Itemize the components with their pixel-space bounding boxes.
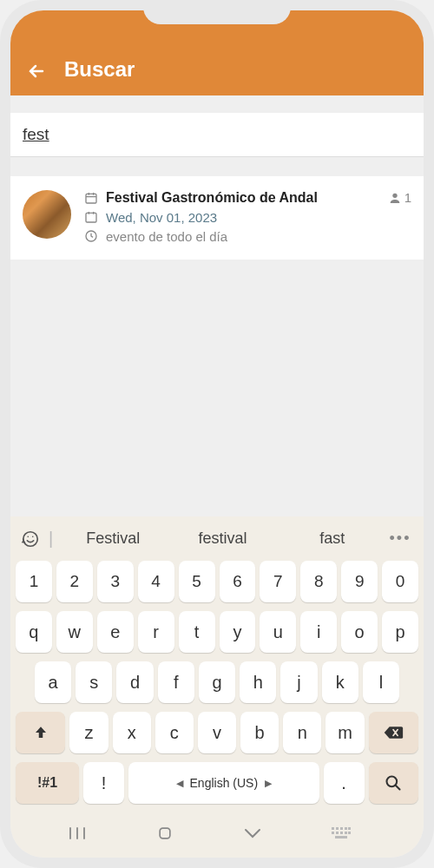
- event-date: Wed, Nov 01, 2023: [106, 210, 217, 225]
- more-icon[interactable]: •••: [387, 529, 413, 548]
- svg-rect-14: [340, 832, 343, 834]
- key-d[interactable]: d: [116, 661, 153, 703]
- svg-rect-12: [332, 832, 334, 834]
- key-4[interactable]: 4: [138, 561, 174, 602]
- page-title: Buscar: [64, 57, 135, 82]
- key-8[interactable]: 8: [300, 561, 337, 602]
- key-search[interactable]: [369, 762, 418, 804]
- key-b[interactable]: b: [240, 712, 279, 753]
- key-l[interactable]: l: [363, 661, 399, 703]
- system-nav-bar: [16, 812, 418, 851]
- attendee-count: 1: [404, 190, 411, 205]
- search-input[interactable]: [23, 125, 411, 144]
- key-o[interactable]: o: [341, 611, 378, 653]
- key-e[interactable]: e: [97, 611, 134, 653]
- key-f[interactable]: f: [158, 661, 194, 703]
- key-u[interactable]: u: [260, 611, 296, 653]
- svg-point-3: [392, 193, 397, 197]
- nav-recent-icon[interactable]: [69, 826, 103, 840]
- key-y[interactable]: y: [220, 611, 256, 653]
- svg-rect-6: [160, 828, 170, 838]
- key-space[interactable]: ◀ English (US) ▶: [128, 762, 319, 804]
- phone-frame: Buscar Festival Gastronómico de Andal: [0, 0, 434, 868]
- nav-keyboard-icon[interactable]: [332, 827, 366, 839]
- key-m[interactable]: m: [326, 712, 364, 753]
- key-shift[interactable]: [16, 712, 65, 753]
- key-q[interactable]: q: [16, 611, 52, 653]
- back-arrow-icon[interactable]: [26, 61, 47, 82]
- svg-point-4: [23, 531, 38, 546]
- phone-notch: [143, 0, 291, 24]
- key-a[interactable]: a: [35, 661, 71, 703]
- keyboard-row-numbers: 1 2 3 4 5 6 7 8 9 0: [16, 561, 418, 602]
- svg-rect-1: [86, 213, 96, 222]
- key-0[interactable]: 0: [382, 561, 418, 602]
- key-h[interactable]: h: [240, 661, 276, 703]
- key-c[interactable]: c: [155, 712, 194, 753]
- keyboard-row-4: !#1 ! ◀ English (US) ▶ .: [16, 762, 418, 804]
- suggestion-3[interactable]: fast: [278, 529, 387, 548]
- svg-rect-15: [345, 832, 347, 834]
- suggestion-bar: | Festival festival fast •••: [16, 525, 418, 561]
- space-label: English (US): [190, 776, 259, 790]
- key-9[interactable]: 9: [341, 561, 378, 602]
- event-thumbnail: [23, 190, 71, 239]
- suggestion-1[interactable]: Festival: [58, 529, 168, 548]
- key-3[interactable]: 3: [97, 561, 134, 602]
- key-n[interactable]: n: [283, 712, 321, 753]
- svg-rect-8: [336, 827, 339, 830]
- key-k[interactable]: k: [322, 661, 358, 703]
- svg-rect-10: [345, 827, 347, 830]
- event-icon: [83, 190, 99, 206]
- keyboard-row-2: a s d f g h j k l: [16, 661, 418, 703]
- key-j[interactable]: j: [280, 661, 317, 703]
- nav-back-icon[interactable]: [244, 827, 279, 839]
- content-spacer: [10, 260, 424, 516]
- key-g[interactable]: g: [199, 661, 235, 703]
- svg-rect-11: [348, 827, 351, 830]
- lang-prev-icon: ◀: [176, 778, 183, 789]
- key-6[interactable]: 6: [220, 561, 256, 602]
- on-screen-keyboard: | Festival festival fast ••• 1 2 3 4 5 6…: [10, 516, 424, 858]
- key-7[interactable]: 7: [260, 561, 296, 602]
- emoji-icon[interactable]: [21, 529, 45, 549]
- svg-rect-13: [336, 832, 339, 834]
- keyboard-row-1: q w e r t y u i o p: [16, 611, 418, 653]
- suggestion-divider: |: [49, 529, 53, 549]
- key-z[interactable]: z: [69, 712, 108, 753]
- search-container: [10, 113, 424, 157]
- clock-icon: [83, 228, 99, 244]
- lang-next-icon: ▶: [265, 778, 272, 789]
- keyboard-row-3: z x c v b n m: [16, 712, 418, 753]
- key-backspace[interactable]: [369, 712, 418, 753]
- svg-rect-17: [335, 836, 347, 838]
- result-body: Festival Gastronómico de Andal Wed, Nov …: [83, 190, 411, 244]
- key-exclaim[interactable]: !: [83, 762, 124, 804]
- key-i[interactable]: i: [300, 611, 337, 653]
- search-result-item[interactable]: Festival Gastronómico de Andal Wed, Nov …: [10, 176, 424, 260]
- key-symbols[interactable]: !#1: [16, 762, 79, 804]
- key-w[interactable]: w: [56, 611, 93, 653]
- key-v[interactable]: v: [198, 712, 236, 753]
- key-t[interactable]: t: [179, 611, 215, 653]
- key-s[interactable]: s: [76, 661, 112, 703]
- svg-rect-0: [86, 194, 96, 203]
- event-allday-label: evento de todo el día: [106, 229, 227, 244]
- calendar-icon: [83, 209, 99, 225]
- svg-rect-9: [340, 827, 343, 830]
- nav-home-icon[interactable]: [156, 825, 191, 842]
- key-period[interactable]: .: [324, 762, 365, 804]
- key-5[interactable]: 5: [179, 561, 215, 602]
- key-p[interactable]: p: [382, 611, 418, 653]
- suggestion-2[interactable]: festival: [168, 529, 277, 548]
- key-1[interactable]: 1: [16, 561, 52, 602]
- svg-rect-16: [348, 832, 351, 834]
- key-x[interactable]: x: [113, 712, 151, 753]
- key-2[interactable]: 2: [56, 561, 93, 602]
- event-title: Festival Gastronómico de Andal: [106, 190, 318, 206]
- phone-screen: Buscar Festival Gastronómico de Andal: [10, 10, 424, 858]
- key-r[interactable]: r: [138, 611, 174, 653]
- svg-rect-7: [332, 827, 334, 830]
- attendee-badge: 1: [388, 190, 411, 205]
